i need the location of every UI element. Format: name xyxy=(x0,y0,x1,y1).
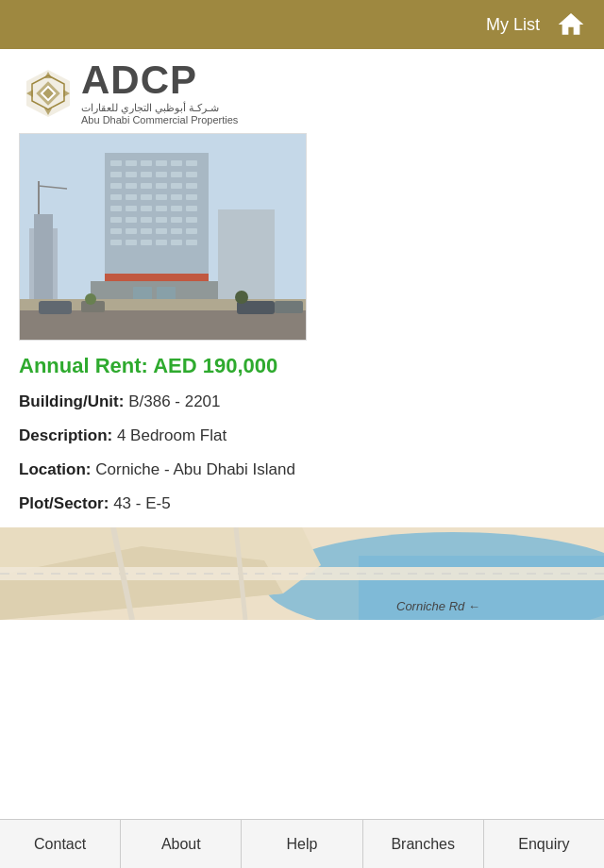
svg-rect-50 xyxy=(171,217,182,223)
svg-point-76 xyxy=(235,291,248,304)
svg-rect-18 xyxy=(141,160,152,166)
plot-sector-value: 43 - E-5 xyxy=(113,494,170,512)
app-header: My List xyxy=(0,0,604,49)
building-unit-row: Building/Unit: B/386 - 2201 xyxy=(19,392,585,412)
svg-rect-48 xyxy=(141,217,152,223)
svg-rect-27 xyxy=(186,172,197,177)
svg-rect-61 xyxy=(156,240,167,245)
svg-rect-60 xyxy=(141,240,152,245)
svg-rect-39 xyxy=(186,194,197,200)
building-unit-label: Building/Unit: xyxy=(19,392,124,410)
svg-rect-36 xyxy=(141,194,152,200)
svg-rect-53 xyxy=(126,228,137,234)
nav-help-label: Help xyxy=(287,836,318,853)
svg-text:Corniche Rd ←: Corniche Rd ← xyxy=(396,599,480,613)
my-list-label[interactable]: My List xyxy=(486,15,540,35)
property-image xyxy=(19,133,307,341)
svg-rect-20 xyxy=(171,160,182,166)
svg-rect-28 xyxy=(110,183,122,189)
svg-rect-56 xyxy=(171,228,182,234)
svg-rect-44 xyxy=(171,206,182,211)
nav-about-label: About xyxy=(161,836,201,853)
svg-rect-55 xyxy=(156,228,167,234)
home-button[interactable] xyxy=(553,7,589,42)
svg-rect-79 xyxy=(359,556,604,620)
nav-contact-label: Contact xyxy=(34,836,86,853)
map-svg: Corniche Rd ← xyxy=(0,527,604,620)
svg-rect-38 xyxy=(171,194,182,200)
svg-rect-41 xyxy=(126,206,137,211)
svg-rect-43 xyxy=(156,206,167,211)
logo-arabic-text: شـركـة أبوظبي التجاري للعقارات xyxy=(81,102,238,114)
svg-point-75 xyxy=(85,293,96,305)
svg-rect-62 xyxy=(171,240,182,245)
svg-rect-45 xyxy=(186,206,197,211)
svg-rect-26 xyxy=(171,172,182,177)
svg-rect-30 xyxy=(141,183,152,189)
svg-rect-58 xyxy=(110,240,122,245)
nav-branches-label: Branches xyxy=(391,836,455,853)
home-icon xyxy=(556,9,586,40)
svg-rect-54 xyxy=(141,228,152,234)
svg-rect-21 xyxy=(186,160,197,166)
plot-sector-row: Plot/Sector: 43 - E-5 xyxy=(19,493,585,514)
svg-rect-23 xyxy=(126,172,137,177)
svg-rect-17 xyxy=(126,160,137,166)
nav-enquiry-label: Enquiry xyxy=(518,836,569,853)
description-value: 4 Bedroom Flat xyxy=(117,426,226,444)
svg-rect-63 xyxy=(186,240,197,245)
svg-rect-35 xyxy=(126,194,137,200)
logo-text: ADCP شـركـة أبوظبي التجاري للعقارات Abu … xyxy=(81,60,238,125)
svg-rect-71 xyxy=(39,301,72,314)
adcp-logo-icon xyxy=(19,64,77,123)
svg-rect-22 xyxy=(110,172,122,177)
svg-rect-40 xyxy=(110,206,122,211)
svg-rect-42 xyxy=(141,206,152,211)
svg-rect-33 xyxy=(186,183,197,189)
nav-branches[interactable]: Branches xyxy=(363,820,484,868)
logo-adcp-text: ADCP xyxy=(81,60,238,100)
svg-rect-49 xyxy=(156,217,167,223)
nav-about[interactable]: About xyxy=(121,820,242,868)
description-row: Description: 4 Bedroom Flat xyxy=(19,426,585,446)
svg-rect-52 xyxy=(110,228,122,234)
building-illustration xyxy=(20,134,307,341)
svg-rect-32 xyxy=(171,183,182,189)
plot-sector-label: Plot/Sector: xyxy=(19,494,109,512)
bottom-navigation: Contact About Help Branches Enquiry xyxy=(0,819,604,868)
nav-contact[interactable]: Contact xyxy=(0,820,121,868)
nav-help[interactable]: Help xyxy=(242,820,362,868)
description-label: Description: xyxy=(19,426,112,444)
logo-area: ADCP شـركـة أبوظبي التجاري للعقارات Abu … xyxy=(0,49,604,133)
svg-rect-16 xyxy=(110,160,122,166)
location-label: Location: xyxy=(19,460,92,478)
building-unit-value: B/386 - 2201 xyxy=(128,392,220,410)
svg-rect-74 xyxy=(275,301,303,313)
svg-rect-31 xyxy=(156,183,167,189)
svg-rect-59 xyxy=(126,240,137,245)
svg-rect-25 xyxy=(156,172,167,177)
svg-rect-24 xyxy=(141,172,152,177)
svg-rect-34 xyxy=(110,194,122,200)
location-value: Corniche - Abu Dhabi Island xyxy=(95,460,295,478)
logo-english-text: Abu Dhabi Commercial Properties xyxy=(81,114,238,125)
svg-rect-57 xyxy=(186,228,197,234)
svg-rect-64 xyxy=(105,274,209,281)
svg-rect-51 xyxy=(186,217,197,223)
svg-rect-47 xyxy=(126,217,137,223)
svg-rect-19 xyxy=(156,160,167,166)
svg-rect-46 xyxy=(110,217,122,223)
location-row: Location: Corniche - Abu Dhabi Island xyxy=(19,459,585,480)
property-details: Annual Rent: AED 190,000 Building/Unit: … xyxy=(0,341,604,514)
annual-rent: Annual Rent: AED 190,000 xyxy=(19,354,585,378)
svg-rect-37 xyxy=(156,194,167,200)
nav-enquiry[interactable]: Enquiry xyxy=(484,820,604,868)
svg-rect-29 xyxy=(126,183,137,189)
map-area[interactable]: Corniche Rd ← xyxy=(0,527,604,620)
